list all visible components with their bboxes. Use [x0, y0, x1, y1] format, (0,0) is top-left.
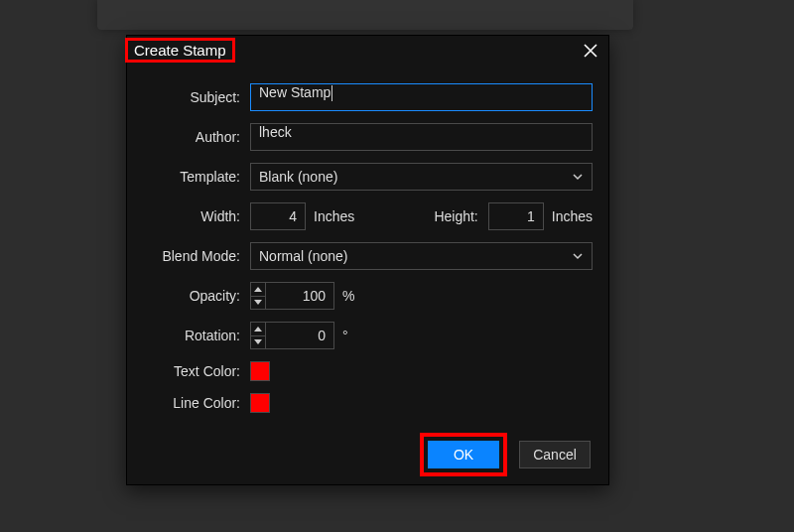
ok-highlight: OK [420, 433, 507, 476]
rotation-spinner [250, 322, 265, 349]
rotation-unit: ° [342, 328, 348, 343]
dialog-buttons: OK Cancel [127, 429, 608, 484]
rotation-step-down[interactable] [251, 336, 265, 349]
titlebar: Create Stamp [127, 36, 608, 66]
author-value: lheck [259, 124, 292, 140]
template-select[interactable]: Blank (none) [250, 163, 593, 191]
opacity-input[interactable] [265, 282, 334, 310]
row-blend: Blend Mode: Normal (none) [143, 242, 593, 270]
label-textcolor: Text Color: [143, 363, 250, 379]
label-author: Author: [143, 129, 250, 145]
ok-button[interactable]: OK [428, 441, 499, 468]
blend-value: Normal (none) [259, 248, 347, 264]
row-rotation: Rotation: ° [143, 322, 593, 349]
close-icon [584, 44, 597, 58]
label-subject: Subject: [143, 89, 250, 105]
label-linecolor: Line Color: [143, 395, 250, 411]
rotation-input[interactable] [265, 322, 334, 349]
row-author: Author: lheck [143, 123, 593, 151]
row-opacity: Opacity: % [143, 282, 593, 310]
blend-select[interactable]: Normal (none) [250, 242, 593, 270]
label-template: Template: [143, 169, 250, 185]
chevron-down-icon [572, 171, 584, 183]
subject-input[interactable]: New Stamp [250, 83, 593, 111]
dialog-title: Create Stamp [125, 38, 235, 63]
chevron-down-icon [572, 250, 584, 262]
label-rotation: Rotation: [143, 328, 250, 343]
create-stamp-dialog: Create Stamp Subject: New Stamp Author: … [126, 35, 609, 485]
row-linecolor: Line Color: [143, 393, 593, 413]
linecolor-swatch[interactable] [250, 393, 270, 413]
subject-value: New Stamp [259, 84, 331, 100]
row-textcolor: Text Color: [143, 361, 593, 381]
width-input[interactable] [250, 202, 306, 230]
opacity-step-up[interactable] [251, 283, 265, 297]
opacity-step-down[interactable] [251, 297, 265, 310]
opacity-spinner [250, 282, 265, 310]
label-opacity: Opacity: [143, 288, 250, 304]
opacity-unit: % [342, 288, 354, 304]
cancel-button[interactable]: Cancel [519, 441, 591, 468]
rotation-step-up[interactable] [251, 323, 265, 336]
template-value: Blank (none) [259, 169, 337, 185]
label-height: Height: [434, 208, 487, 224]
height-input[interactable] [488, 202, 544, 230]
row-dimensions: Width: Inches Height: Inches [143, 202, 593, 230]
author-input[interactable]: lheck [250, 123, 593, 151]
background-panel [97, 0, 633, 30]
text-caret-icon [331, 85, 332, 101]
row-subject: Subject: New Stamp [143, 83, 593, 111]
height-unit: Inches [552, 208, 593, 224]
label-blend: Blend Mode: [143, 248, 250, 264]
form: Subject: New Stamp Author: lheck Templat… [127, 66, 608, 429]
close-button[interactable] [579, 39, 602, 63]
width-unit: Inches [314, 208, 354, 224]
textcolor-swatch[interactable] [250, 361, 270, 381]
label-width: Width: [143, 208, 250, 224]
row-template: Template: Blank (none) [143, 163, 593, 191]
